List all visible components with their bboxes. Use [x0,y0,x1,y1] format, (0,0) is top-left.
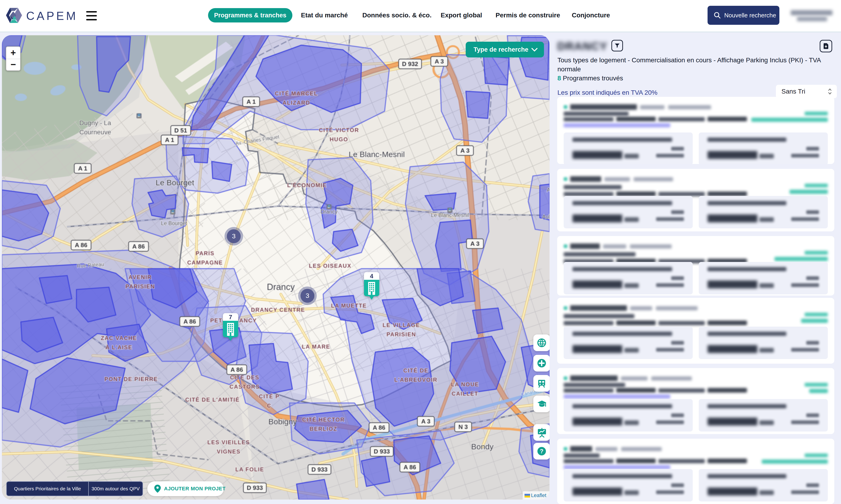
svg-text:À L'AISE: À L'AISE [105,344,132,350]
svg-text:CITÉ MARCEL: CITÉ MARCEL [275,90,318,96]
svg-text:Le Blanc-Mesnil: Le Blanc-Mesnil [431,212,469,218]
svg-text:Le Blanc-Mesnil: Le Blanc-Mesnil [349,150,405,159]
svg-text:A 3: A 3 [460,147,470,154]
svg-text:DRANCY CENTRE: DRANCY CENTRE [251,307,305,313]
svg-text:A 86: A 86 [404,464,416,471]
svg-text:Drancy: Drancy [267,282,295,292]
svg-text:LE VILLAGE: LE VILLAGE [382,322,420,328]
svg-text:Bobigny: Bobigny [269,417,297,426]
svg-text:D 933: D 933 [247,484,263,491]
svg-text:Drancy: Drancy [321,209,338,215]
svg-text:PARIS: PARIS [196,250,215,256]
svg-text:LA FOLIE: LA FOLIE [235,466,264,472]
svg-text:D 51: D 51 [175,127,187,134]
svg-text:CITÉ P: CITÉ P [259,393,280,399]
svg-text:LA MUETTE: LA MUETTE [331,303,367,309]
svg-text:VIGNES: VIGNES [217,448,241,455]
svg-text:ZAC VACHE: ZAC VACHE [101,335,137,341]
svg-text:A 86: A 86 [373,424,385,431]
svg-text:🚆: 🚆 [137,114,141,118]
svg-text:🚆: 🚆 [171,210,175,214]
svg-text:Bondy: Bondy [471,442,494,451]
svg-text:L'ABREUVOIR: L'ABREUVOIR [394,377,437,383]
svg-text:A 3: A 3 [470,240,480,247]
svg-text:🚆: 🚆 [327,205,331,209]
svg-text:CAILLET: CAILLET [451,391,478,397]
svg-text:LES VIEILLES: LES VIEILLES [207,439,250,445]
svg-text:LA NOUE: LA NOUE [451,381,479,388]
svg-text:BERLIOZ: BERLIOZ [309,426,337,432]
svg-text:AVENIR: AVENIR [129,274,152,280]
svg-text:D 932: D 932 [402,60,418,67]
svg-text:LES OISEAUX: LES OISEAUX [309,263,351,269]
svg-text:D 933: D 933 [374,448,390,455]
svg-text:A 3: A 3 [421,418,430,425]
svg-text:L'ÉCONOMIE: L'ÉCONOMIE [287,182,327,188]
svg-text:?: ? [540,448,543,454]
svg-text:PONT DE PIERRE: PONT DE PIERRE [105,376,158,382]
svg-text:A 1: A 1 [247,98,256,105]
svg-text:CITÉ DE L'AMITIÉ: CITÉ DE L'AMITIÉ [185,397,239,403]
svg-text:Aulnay-s: Aulnay-s [542,214,550,220]
svg-text:A 1: A 1 [78,165,87,172]
svg-text:🚆: 🚆 [448,208,452,212]
svg-text:Le Bourget: Le Bourget [161,220,187,226]
svg-text:N 3: N 3 [459,424,468,430]
svg-text:C: C [267,402,271,409]
svg-text:CITÉ VICTOR: CITÉ VICTOR [319,127,359,133]
svg-text:PARISIEN: PARISIEN [387,331,416,338]
svg-text:LA MARE: LA MARE [302,343,330,350]
svg-text:CITÉ HECTOR: CITÉ HECTOR [302,416,345,423]
svg-text:A 86: A 86 [231,366,243,373]
svg-text:A 86: A 86 [75,241,87,249]
svg-text:D 933: D 933 [311,466,327,473]
svg-text:Courneuve: Courneuve [79,129,111,136]
svg-text:HUGO: HUGO [330,136,348,142]
svg-text:A 1: A 1 [165,137,174,143]
svg-text:CASTORS: CASTORS [230,383,260,390]
svg-text:CITÉ DE: CITÉ DE [404,367,429,374]
svg-text:Le Bourget: Le Bourget [156,178,194,187]
svg-text:ALIZARD: ALIZARD [282,100,310,106]
svg-text:CAMPAGNE: CAMPAGNE [187,259,223,266]
svg-text:Au: Au [547,187,550,193]
svg-text:Dugny - La: Dugny - La [79,119,111,126]
svg-text:A 3: A 3 [435,58,444,65]
svg-text:A 86: A 86 [132,243,145,250]
svg-text:A 86: A 86 [183,318,196,325]
svg-text:CITÉ DES: CITÉ DES [230,374,260,381]
svg-text:PARISIEN: PARISIEN [125,283,155,289]
